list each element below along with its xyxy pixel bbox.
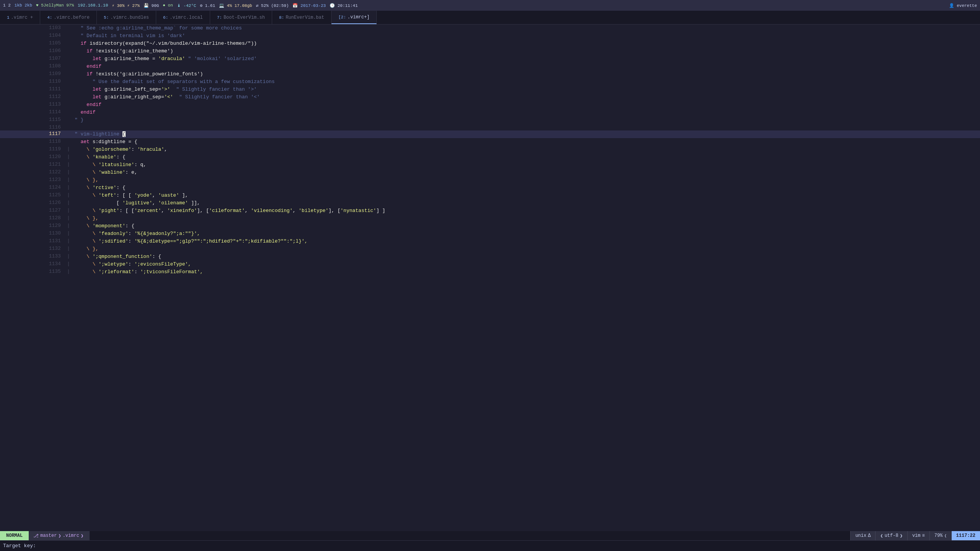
table-row: 1132 | \ }, bbox=[0, 245, 980, 253]
code-lines-container: 1103 " See :echo g:airline_theme_map` fo… bbox=[0, 24, 980, 531]
battery-status: ⚡ 30% ⚡ 27% bbox=[112, 3, 140, 8]
table-row: 1129 | \ 'momponent': { bbox=[0, 222, 980, 230]
table-row: 1122 | \ 'wabline': e, bbox=[0, 169, 980, 176]
wifi-status: ♥ 5JellyMan 97% bbox=[36, 3, 74, 8]
filesize-indicator: 1kb 2kb bbox=[15, 3, 32, 8]
table-row: 1125 | \ 'teft': [ [ 'yode', 'uaste' ], bbox=[0, 192, 980, 199]
table-row: 1134 | \ ';wletype': ';eviconsFileType', bbox=[0, 261, 980, 268]
scroll-percent: 79% ❬ bbox=[929, 531, 952, 540]
time: 🕑 20:11:41 bbox=[330, 3, 358, 8]
table-row: 1124 | \ 'rctive': { bbox=[0, 184, 980, 192]
status-bar-left: NORMAL ⎇ master ❯ .vimrc ❯ bbox=[0, 531, 90, 540]
table-row: 1109 if !exists('g:airline_powerline_fon… bbox=[0, 70, 980, 78]
table-row: 1121 | \ 'ltatusline': q, bbox=[0, 161, 980, 169]
tab-run-evervim[interactable]: 8: RunEverVim.bat bbox=[272, 11, 332, 24]
table-row: 1131 | \ ';sdified': '%{&;dletype==";glp… bbox=[0, 238, 980, 245]
table-row: 1126 | [ 'lugitive', 'oilename' ]], bbox=[0, 199, 980, 207]
tab-vimrc-before[interactable]: 4: .vimrc.before bbox=[40, 11, 97, 24]
table-row: 1120 | \ 'knable': { bbox=[0, 153, 980, 161]
tab-vimrc[interactable]: 1 .vimrc + bbox=[0, 11, 40, 24]
table-row: 1108 endif bbox=[0, 63, 980, 70]
tab-vimrc-active[interactable]: [2: .vimrc+] bbox=[332, 11, 377, 24]
table-row: 1118 aet s:dightline = { bbox=[0, 138, 980, 146]
table-row: 1133 | \ ';qmponent_function': { bbox=[0, 253, 980, 261]
table-row: 1111 let g:airline_left_sep='>' " Slight… bbox=[0, 86, 980, 93]
code-lines: 1103 " See :echo g:airline_theme_map` fo… bbox=[0, 24, 980, 276]
date: 📅 2017-03-23 bbox=[292, 3, 326, 8]
table-row: 1117 " vim-lightline { bbox=[0, 130, 980, 138]
table-row: 1107 let g:airline_theme = 'dracula' " '… bbox=[0, 55, 980, 63]
top-bar-right: 👤 everette bbox=[949, 3, 977, 8]
table-row: 1113 endif bbox=[0, 101, 980, 109]
tab-vimrc-local[interactable]: 6: .vimrc.local bbox=[156, 11, 210, 24]
table-row: 1106 if !exists('g:airline_theme') bbox=[0, 47, 980, 55]
swap-usage: ⇄ 52% (02:59) bbox=[256, 3, 289, 8]
table-row: 1123 | \ }, bbox=[0, 176, 980, 184]
target-key-bar: Target key: bbox=[0, 540, 980, 551]
storage-status: 💾 90G bbox=[144, 3, 159, 8]
table-row: 1135 | \ ';rleformat': ';tviconsFileForm… bbox=[0, 268, 980, 276]
temperature: 🌡 -42°C bbox=[177, 3, 196, 8]
table-row: 1105 if isdirectory(expand("~/.vim/bundl… bbox=[0, 40, 980, 47]
tab-indicator: 1 2 bbox=[3, 3, 11, 8]
encoding-indicator: ❮ utf-8 ❯ bbox=[875, 531, 907, 540]
ip-address: 192.168.1.10 bbox=[78, 3, 108, 8]
table-row: 1130 | \ 'feadonly': '%{&jeadonly?";a:""… bbox=[0, 230, 980, 238]
status-bar-right: unix Δ ❮ utf-8 ❯ vim ≡ 79% ❬ 1117:22 bbox=[850, 531, 980, 540]
table-row: 1112 let g:airline_right_sep='<' " Sligh… bbox=[0, 93, 980, 101]
tab-vimrc-bundles[interactable]: 5: .vimrc.bundles bbox=[97, 11, 156, 24]
code-editor: 1103 " See :echo g:airline_theme_map` fo… bbox=[0, 24, 980, 531]
git-branch: ⎇ master ❯ .vimrc ❯ bbox=[29, 531, 90, 540]
table-row: 1116 bbox=[0, 124, 980, 130]
tab-boot-evervim[interactable]: 7: Boot-EverVim.sh bbox=[210, 11, 272, 24]
tab-bar: 1 .vimrc + 4: .vimrc.before 5: .vimrc.bu… bbox=[0, 11, 980, 24]
top-bar-left: 1 2 1kb 2kb ♥ 5JellyMan 97% 192.168.1.10… bbox=[3, 3, 358, 8]
table-row: 1104 " Default in terminal vim is 'dark' bbox=[0, 32, 980, 40]
vpn-status: ● on bbox=[163, 3, 173, 8]
filetype-indicator: vim ≡ bbox=[907, 531, 929, 540]
username: 👤 everette bbox=[949, 3, 977, 8]
table-row: 1103 " See :echo g:airline_theme_map` fo… bbox=[0, 24, 980, 32]
table-row: 1115 " } bbox=[0, 116, 980, 124]
cpu-load: ⚙ 1.61 bbox=[200, 3, 215, 8]
status-bar: NORMAL ⎇ master ❯ .vimrc ❯ unix Δ ❮ utf-… bbox=[0, 531, 980, 540]
table-row: 1110 " Use the default set of separators… bbox=[0, 78, 980, 86]
fileformat-indicator: unix Δ bbox=[850, 531, 875, 540]
table-row: 1119 | \ 'golorscheme': 'hracula', bbox=[0, 146, 980, 153]
top-system-bar: 1 2 1kb 2kb ♥ 5JellyMan 97% 192.168.1.10… bbox=[0, 0, 980, 11]
table-row: 1127 | \ 'pight': [ ['zercent', 'xineinf… bbox=[0, 207, 980, 215]
table-row: 1114 endif bbox=[0, 109, 980, 116]
vim-mode: NORMAL bbox=[0, 531, 29, 540]
table-row: 1128 | \ }, bbox=[0, 215, 980, 222]
cursor-position: 1117:22 bbox=[952, 531, 980, 540]
ram-usage: 💻 4% 17.08gb bbox=[219, 3, 252, 8]
